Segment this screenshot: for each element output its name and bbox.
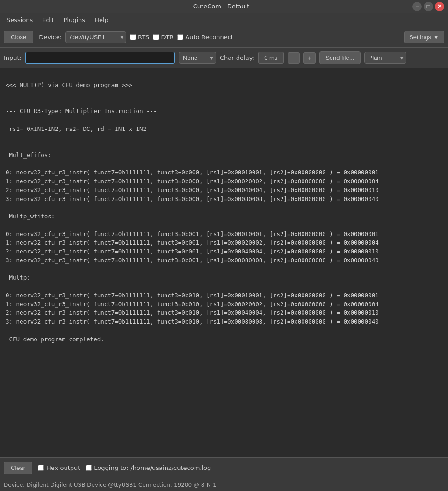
dtr-checkbox[interactable]: [153, 34, 159, 40]
output-line: [6, 160, 442, 169]
logging-label: Logging to:: [94, 464, 128, 471]
output-line: [6, 282, 442, 291]
output-line: [6, 326, 442, 335]
rts-checkbox[interactable]: [130, 34, 136, 40]
hex-output-group: Hex output: [38, 464, 80, 471]
device-label: Device:: [39, 34, 62, 41]
statusbar: Device: Digilent Digilent USB Device @tt…: [0, 478, 448, 491]
menu-sessions[interactable]: Sessions: [2, 14, 37, 25]
output-line: [6, 98, 442, 107]
output-line: 1: neorv32_cfu_r3_instr( funct7=0b111111…: [6, 177, 442, 186]
input-bar: Input: None Char delay: − + Send file...…: [0, 48, 448, 68]
device-select-wrapper: /dev/ttyUSB1: [65, 31, 126, 43]
output-line: [6, 72, 442, 81]
maximize-button[interactable]: □: [424, 2, 433, 11]
menu-help[interactable]: Help: [90, 14, 113, 25]
titlebar: CuteCom - Default − □ ✕: [0, 0, 448, 13]
serial-input-field[interactable]: [25, 52, 175, 64]
output-line: Multp:: [6, 274, 442, 282]
output-line: rs1= 0xIN1-IN2, rs2= DC, rd = IN1 x IN2: [6, 125, 442, 134]
logging-checkbox[interactable]: [86, 465, 92, 471]
output-line: 0: neorv32_cfu_r3_instr( funct7=0b111111…: [6, 230, 442, 239]
output-line: [6, 142, 442, 151]
output-line: 1: neorv32_cfu_r3_instr( funct7=0b111111…: [6, 238, 442, 247]
line-ending-select[interactable]: None: [179, 52, 216, 64]
char-delay-increment-button[interactable]: +: [303, 52, 316, 64]
char-delay-decrement-button[interactable]: −: [288, 52, 300, 64]
minimize-button[interactable]: −: [412, 2, 422, 11]
autoreconnect-checkbox[interactable]: [177, 34, 183, 40]
plain-select-wrapper: Plain: [364, 52, 406, 64]
statusbar-device-label: Device:: [4, 482, 25, 488]
output-line: 0: neorv32_cfu_r3_instr( funct7=0b111111…: [6, 168, 442, 177]
titlebar-title: CuteCom - Default: [32, 3, 411, 10]
send-file-button[interactable]: Send file...: [319, 51, 360, 64]
logging-group: Logging to: /home/usainz/cutecom.log: [86, 464, 211, 471]
output-line: 2: neorv32_cfu_r3_instr( funct7=0b111111…: [6, 309, 442, 318]
menubar: Sessions Edit Plugins Help: [0, 13, 448, 27]
hex-output-label: Hex output: [46, 464, 80, 471]
rts-label: RTS: [138, 34, 149, 41]
settings-label: Settings: [409, 34, 431, 41]
none-select-wrapper: None: [179, 52, 216, 64]
output-line: [6, 221, 442, 230]
statusbar-connection-value: 19200 @ 8-N-1: [174, 482, 217, 488]
input-label: Input:: [4, 54, 22, 61]
menu-plugins[interactable]: Plugins: [59, 14, 90, 25]
output-line: 2: neorv32_cfu_r3_instr( funct7=0b111111…: [6, 186, 442, 195]
toolbar: Close Device: /dev/ttyUSB1 RTS DTR Auto …: [0, 27, 448, 48]
output-line: 0: neorv32_cfu_r3_instr( funct7=0b111111…: [6, 291, 442, 300]
hex-output-checkbox[interactable]: [38, 465, 44, 471]
char-delay-input[interactable]: [258, 52, 284, 64]
dtr-group: DTR: [153, 34, 173, 41]
statusbar-device-name: Digilent Digilent USB Device @ttyUSB1: [27, 482, 137, 488]
output-line: [6, 203, 442, 212]
output-line: <<< MULT(P) via CFU demo program >>>: [6, 81, 442, 90]
output-line: [6, 133, 442, 142]
output-line: Multp_wfifos:: [6, 212, 442, 221]
device-select[interactable]: /dev/ttyUSB1: [65, 31, 126, 43]
menu-edit[interactable]: Edit: [37, 14, 58, 25]
output-line: 2: neorv32_cfu_r3_instr( funct7=0b111111…: [6, 247, 442, 256]
settings-arrow: ▼: [433, 34, 439, 41]
bottom-bar: Clear Hex output Logging to: /home/usain…: [0, 457, 448, 478]
settings-button[interactable]: Settings ▼: [404, 31, 444, 43]
rts-group: RTS: [130, 34, 149, 41]
output-line: [6, 116, 442, 125]
close-connection-button[interactable]: Close: [4, 31, 33, 43]
serial-output[interactable]: <<< MULT(P) via CFU demo program >>>--- …: [0, 68, 448, 457]
log-path: /home/usainz/cutecom.log: [130, 464, 211, 471]
dtr-label: DTR: [161, 34, 173, 41]
output-line: --- CFU R3-Type: Multiplier Instruction …: [6, 107, 442, 116]
autoreconnect-label: Auto Reconnect: [185, 34, 233, 41]
window-close-button[interactable]: ✕: [435, 2, 444, 11]
output-line: Mult_wfifos:: [6, 151, 442, 160]
output-line: [6, 265, 442, 274]
char-delay-label: Char delay:: [220, 54, 254, 61]
titlebar-buttons: − □ ✕: [411, 2, 444, 11]
format-select[interactable]: Plain: [364, 52, 406, 64]
clear-button[interactable]: Clear: [4, 462, 32, 474]
output-line: CFU demo program completed.: [6, 335, 442, 344]
autoreconnect-group: Auto Reconnect: [177, 34, 233, 41]
statusbar-connection-label: Connection:: [138, 482, 172, 488]
output-line: 3: neorv32_cfu_r3_instr( funct7=0b111111…: [6, 256, 442, 265]
output-line: [6, 90, 442, 99]
output-line: 3: neorv32_cfu_r3_instr( funct7=0b111111…: [6, 318, 442, 326]
output-line: 1: neorv32_cfu_r3_instr( funct7=0b111111…: [6, 300, 442, 309]
output-line: 3: neorv32_cfu_r3_instr( funct7=0b111111…: [6, 195, 442, 204]
